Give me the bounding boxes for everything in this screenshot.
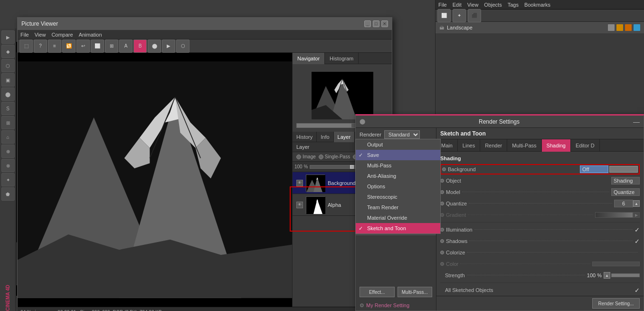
renderer-dropdown-menu[interactable]: Output ✓ Save Multi-Pass Anti-Aliasing O… [355, 139, 441, 234]
rs-tab-multipass[interactable]: Multi-Pass [507, 139, 541, 152]
layer-name-background: Background [328, 180, 356, 186]
sidebar-btn-9[interactable]: ⊕ [1, 145, 15, 158]
obj-menu-bookmarks[interactable]: Bookmarks [524, 2, 550, 8]
pv-menu-file[interactable]: File [20, 32, 29, 38]
rs-illumination-check[interactable]: ✓ [635, 226, 640, 233]
sidebar-btn-2[interactable]: ◆ [1, 45, 15, 58]
pv-close-btn[interactable]: ✕ [381, 20, 388, 27]
obj-menu-edit[interactable]: Edit [453, 2, 462, 8]
rs-colorize-radio[interactable] [440, 251, 444, 254]
layer-alpha-visibility-icon[interactable]: 👁 [296, 202, 303, 208]
tab-history[interactable]: History [293, 132, 317, 142]
pv-tool-7[interactable]: ⊞ [105, 39, 118, 53]
pv-tool-6[interactable]: ⬜ [91, 39, 104, 53]
pv-tool-2[interactable]: ? [34, 39, 47, 53]
rs-model-radio[interactable] [440, 190, 444, 194]
tab-navigator[interactable]: Navigator [293, 53, 325, 64]
pv-tool-11[interactable]: ▶ [162, 39, 175, 53]
rs-shadows-radio[interactable] [440, 239, 444, 243]
pv-tool-4[interactable]: 🔁 [62, 39, 76, 53]
rs-model-value[interactable]: Quantize [611, 188, 640, 196]
tab-info[interactable]: Info [317, 132, 333, 142]
rs-all-sketched-check[interactable]: ✓ [635, 287, 640, 294]
rs-renderer-label: Renderer [360, 132, 381, 137]
sidebar-btn-10[interactable]: ⊗ [1, 159, 15, 172]
rs-close-btn[interactable]: — [633, 118, 640, 126]
dropdown-antialiasing[interactable]: Anti-Aliasing [356, 171, 440, 181]
pv-tool-3[interactable]: ≡ [48, 39, 61, 53]
single-pass-radio[interactable] [319, 155, 323, 159]
rs-quantize-up[interactable]: ▲ [633, 200, 640, 207]
dropdown-materialoverride[interactable]: Material Override [356, 213, 440, 223]
pv-tool-12[interactable]: ⬡ [176, 39, 189, 53]
obj-menu-objects[interactable]: Objects [484, 2, 502, 8]
pv-menu-view[interactable]: View [35, 32, 46, 38]
rs-quantize-input[interactable] [614, 200, 633, 207]
layer-visibility-icon[interactable]: 👁 [296, 180, 303, 186]
rs-shadows-check[interactable]: ✓ [635, 238, 640, 245]
rs-color-label: Color [446, 261, 592, 267]
rs-colorize-row: Colorize [440, 247, 640, 258]
sidebar-btn-5[interactable]: ⬤ [1, 87, 15, 101]
obj-tool-2[interactable]: ✦ [453, 9, 466, 22]
image-radio[interactable] [296, 155, 301, 159]
rs-shadows-row: Shadows ✓ [440, 236, 640, 246]
dropdown-options[interactable]: Options [356, 181, 440, 192]
obj-menu-file[interactable]: File [438, 2, 447, 8]
obj-menu-view[interactable]: View [467, 2, 479, 8]
dropdown-sketchandtoon[interactable]: ✓ Sketch and Toon [356, 223, 440, 233]
rs-object-radio[interactable] [440, 179, 444, 183]
obj-menu-tags[interactable]: Tags [508, 2, 519, 8]
sidebar-btn-6[interactable]: S [1, 102, 15, 115]
rs-tab-editord[interactable]: Editor D [571, 139, 600, 152]
rs-strength-slider[interactable] [611, 273, 640, 277]
sidebar-btn-8[interactable]: ⌂ [1, 130, 15, 144]
pv-minimize-btn[interactable]: _ [364, 20, 371, 27]
rs-background-value[interactable]: Off [580, 165, 608, 173]
dropdown-teamrender[interactable]: Team Render [356, 202, 440, 213]
rs-render-setting-btn[interactable]: Render Setting... [592, 298, 640, 309]
pv-tool-9[interactable]: B [133, 39, 147, 53]
landscape-row[interactable]: 🏔 Landscape [436, 22, 644, 33]
pv-main[interactable] [18, 53, 292, 307]
pv-tool-5[interactable]: ↩ [76, 39, 90, 53]
dropdown-multipass[interactable]: Multi-Pass [356, 160, 440, 171]
rs-renderer-select[interactable]: Standard [384, 130, 420, 139]
pv-menu-compare[interactable]: Compare [51, 32, 73, 38]
rs-background-color[interactable] [609, 166, 638, 173]
pv-tool-10[interactable]: ⬤ [148, 39, 161, 53]
tab-histogram[interactable]: Histogram [325, 53, 359, 64]
rs-illumination-radio[interactable] [440, 228, 444, 232]
rs-tab-lines[interactable]: Lines [458, 139, 480, 152]
obj-tool-1[interactable]: ⬜ [437, 9, 451, 22]
pv-maximize-btn[interactable]: □ [373, 20, 379, 27]
rs-tab-shading[interactable]: Shading [542, 139, 571, 152]
pv-tool-8[interactable]: A [119, 39, 133, 53]
histogram-preview [312, 72, 373, 119]
sidebar-btn-4[interactable]: ▣ [1, 73, 15, 87]
rs-link-label[interactable]: My Render Setting [366, 302, 409, 308]
rs-strength-up[interactable]: ▲ [604, 272, 610, 279]
rs-quantize-radio[interactable] [440, 202, 444, 205]
pv-tool-1[interactable]: ⬚ [19, 39, 33, 53]
dropdown-save[interactable]: ✓ Save [356, 150, 440, 160]
dropdown-stereoscopic[interactable]: Stereoscopic [356, 192, 440, 202]
rs-multipass-btn[interactable]: Multi-Pass... [398, 287, 433, 297]
sidebar-btn-12[interactable]: ⬟ [1, 187, 15, 201]
sidebar-btn-11[interactable]: ✦ [1, 173, 15, 186]
rs-gradient-btn[interactable]: ▶ [633, 212, 640, 218]
rs-color-slider[interactable] [592, 262, 640, 266]
obj-tool-3[interactable]: ⬛ [468, 9, 481, 22]
sidebar-btn-1[interactable]: ▶ [1, 30, 15, 44]
pv-menu-animation[interactable]: Animation [79, 32, 102, 38]
rs-gradient-swatch[interactable] [595, 212, 633, 218]
rs-background-radio[interactable] [442, 167, 446, 171]
rs-effect-btn[interactable]: Effect... [360, 287, 395, 297]
rs-object-value[interactable]: Shading [611, 177, 640, 185]
rs-tab-render[interactable]: Render [480, 139, 507, 152]
dropdown-output[interactable]: Output [356, 139, 440, 150]
rs-btn-row: Effect... Multi-Pass... [356, 284, 436, 300]
sidebar-btn-3[interactable]: ⬡ [1, 59, 15, 72]
sidebar-btn-7[interactable]: ⊞ [1, 116, 15, 129]
tab-layer[interactable]: Layer [334, 132, 355, 142]
